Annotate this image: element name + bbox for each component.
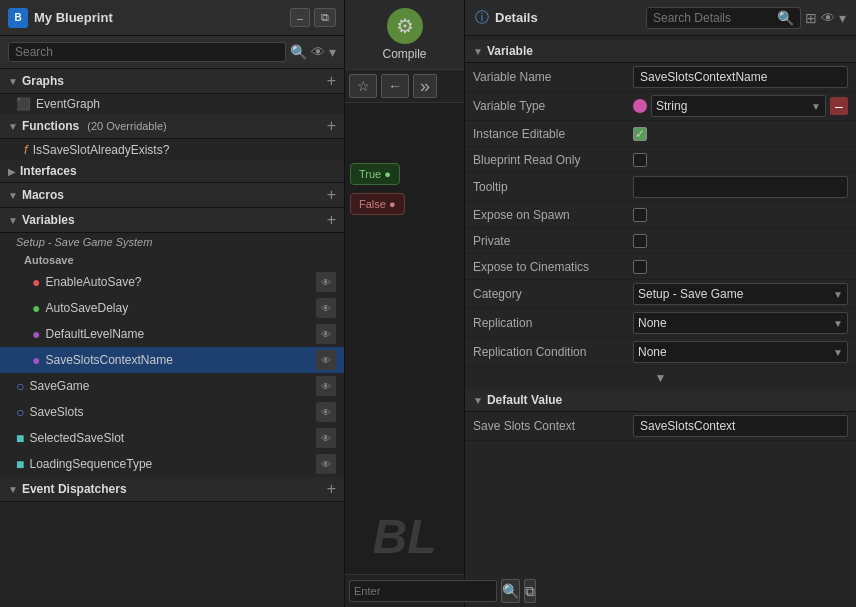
more-toolbar-btn[interactable]: » — [413, 74, 437, 98]
eventdispatchers-add-btn[interactable]: + — [327, 481, 336, 497]
expose-on-spawn-value — [633, 208, 848, 222]
details-actions: 🔍 ⊞ 👁 ▾ — [646, 7, 846, 29]
replication-dropdown[interactable]: None ▼ — [633, 312, 848, 334]
expose-cinematics-checkbox[interactable] — [633, 260, 647, 274]
details-title-row: ⓘ Details — [475, 9, 538, 27]
panel-float-btn[interactable]: ⧉ — [314, 8, 336, 27]
defaultlevelname-item[interactable]: ● DefaultLevelName 👁 — [0, 321, 344, 347]
category-dropdown[interactable]: Setup - Save Game ▼ — [633, 283, 848, 305]
interfaces-section[interactable]: ▶ Interfaces — [0, 160, 344, 183]
functions-title: Functions — [22, 119, 79, 133]
eventgraph-icon: ⬛ — [16, 97, 31, 111]
bl-badge: BL — [373, 509, 437, 564]
true-node-label: True ● — [359, 168, 391, 180]
variable-type-dropdown[interactable]: String ▼ — [651, 95, 826, 117]
selectedsaveslot-icon: ■ — [16, 430, 24, 446]
instance-editable-label: Instance Editable — [473, 127, 633, 141]
variable-name-row: Variable Name — [465, 63, 856, 92]
bottom-search-btn[interactable]: 🔍 — [501, 579, 520, 603]
enableautosave-label: EnableAutoSave? — [45, 275, 311, 289]
compile-button[interactable]: ⚙ Compile — [345, 0, 464, 70]
panel-settings-btn[interactable]: – — [290, 8, 310, 27]
loadingsequencetype-item[interactable]: ■ LoadingSequenceType 👁 — [0, 451, 344, 477]
replication-condition-dropdown[interactable]: None ▼ — [633, 341, 848, 363]
false-node[interactable]: False ● — [350, 193, 405, 215]
details-arrow-btn[interactable]: ▾ — [839, 10, 846, 26]
savegame-icon: ○ — [16, 378, 24, 394]
star-toolbar-btn[interactable]: ☆ — [349, 74, 377, 98]
enableautosave-item[interactable]: ● EnableAutoSave? 👁 — [0, 269, 344, 295]
search-input[interactable] — [15, 45, 279, 59]
tooltip-row: Tooltip — [465, 173, 856, 202]
bottom-toolbar: 🔍 ⧉ — [345, 574, 464, 607]
tooltip-input[interactable] — [633, 176, 848, 198]
autosavedelay-item[interactable]: ● AutoSaveDelay 👁 — [0, 295, 344, 321]
macros-title: Macros — [22, 188, 64, 202]
bottom-search-input[interactable] — [349, 580, 497, 602]
saveslotscontextname-item[interactable]: ● SaveSlotsContextName 👁 — [0, 347, 344, 373]
instance-editable-checkbox[interactable]: ✓ — [633, 127, 647, 141]
replication-value: None ▼ — [633, 312, 848, 334]
savegame-item[interactable]: ○ SaveGame 👁 — [0, 373, 344, 399]
replication-arrow: ▼ — [833, 318, 843, 329]
dropdown-btn[interactable]: ▾ — [329, 44, 336, 60]
back-toolbar-btn[interactable]: ← — [381, 74, 409, 98]
selectedsaveslot-item[interactable]: ■ SelectedSaveSlot 👁 — [0, 425, 344, 451]
variable-name-input[interactable] — [633, 66, 848, 88]
blueprint-readonly-label: Blueprint Read Only — [473, 153, 633, 167]
interfaces-arrow: ▶ — [8, 166, 16, 177]
graph-toolbar: ☆ ← » — [345, 70, 464, 103]
middle-panel: ⚙ Compile ☆ ← » True ● False ● BL 🔍 ⧉ — [345, 0, 465, 607]
blueprint-icon: B — [8, 8, 28, 28]
eventgraph-label: EventGraph — [36, 97, 336, 111]
details-header: ⓘ Details 🔍 ⊞ 👁 ▾ — [465, 0, 856, 36]
functions-section-header[interactable]: ▼ Functions (20 Overridable) + — [0, 114, 344, 139]
defaultlevelname-eye: 👁 — [316, 324, 336, 344]
saveslotscontextname-icon: ● — [32, 352, 40, 368]
blueprint-readonly-checkbox[interactable] — [633, 153, 647, 167]
private-value — [633, 234, 848, 248]
variable-type-label: Variable Type — [473, 99, 633, 113]
issaveslot-item[interactable]: f IsSaveSlotAlreadyExists? — [0, 139, 344, 160]
variables-section-header[interactable]: ▼ Variables + — [0, 208, 344, 233]
details-search-input[interactable] — [653, 11, 773, 25]
details-body: ▼ Variable Variable Name Variable Type S… — [465, 36, 856, 607]
macros-add-btn[interactable]: + — [327, 187, 336, 203]
saveslotscontextname-eye: 👁 — [316, 350, 336, 370]
graphs-add-btn[interactable]: + — [327, 73, 336, 89]
autosavedelay-eye: 👁 — [316, 298, 336, 318]
macros-arrow: ▼ — [8, 190, 18, 201]
bottom-view-btn[interactable]: ⧉ — [524, 579, 536, 603]
false-node-label: False ● — [359, 198, 396, 210]
variables-add-btn[interactable]: + — [327, 212, 336, 228]
saveslots-icon: ○ — [16, 404, 24, 420]
scroll-area: ▼ Graphs + ⬛ EventGraph ▼ Functions (20 … — [0, 69, 344, 607]
eventgraph-item[interactable]: ⬛ EventGraph — [0, 94, 344, 114]
saveslots-item[interactable]: ○ SaveSlots 👁 — [0, 399, 344, 425]
save-slots-context-input[interactable] — [633, 415, 848, 437]
blueprint-readonly-row: Blueprint Read Only — [465, 147, 856, 173]
autosavedelay-label: AutoSaveDelay — [45, 301, 311, 315]
variable-section-header[interactable]: ▼ Variable — [465, 40, 856, 63]
eventdispatchers-section-header[interactable]: ▼ Event Dispatchers + — [0, 477, 344, 502]
details-eye-btn[interactable]: 👁 — [821, 10, 835, 26]
expose-on-spawn-row: Expose on Spawn — [465, 202, 856, 228]
defaultlevelname-label: DefaultLevelName — [45, 327, 311, 341]
details-grid-btn[interactable]: ⊞ — [805, 10, 817, 26]
enableautosave-eye: 👁 — [316, 272, 336, 292]
eye-btn[interactable]: 👁 — [311, 44, 325, 60]
graphs-section-header[interactable]: ▼ Graphs + — [0, 69, 344, 94]
expose-on-spawn-checkbox[interactable] — [633, 208, 647, 222]
private-checkbox[interactable] — [633, 234, 647, 248]
replication-condition-row: Replication Condition None ▼ — [465, 338, 856, 367]
panel-title-bar: B My Blueprint – ⧉ — [0, 0, 344, 36]
details-search-btn[interactable]: 🔍 — [777, 10, 794, 26]
defaultlevelname-icon: ● — [32, 326, 40, 342]
functions-add-btn[interactable]: + — [327, 118, 336, 134]
macros-section-header[interactable]: ▼ Macros + — [0, 183, 344, 208]
default-value-section-header[interactable]: ▼ Default Value — [465, 389, 856, 412]
variable-type-minus-btn[interactable]: – — [830, 97, 848, 115]
selectedsaveslot-eye: 👁 — [316, 428, 336, 448]
true-node[interactable]: True ● — [350, 163, 400, 185]
search-icon-btn[interactable]: 🔍 — [290, 44, 307, 60]
